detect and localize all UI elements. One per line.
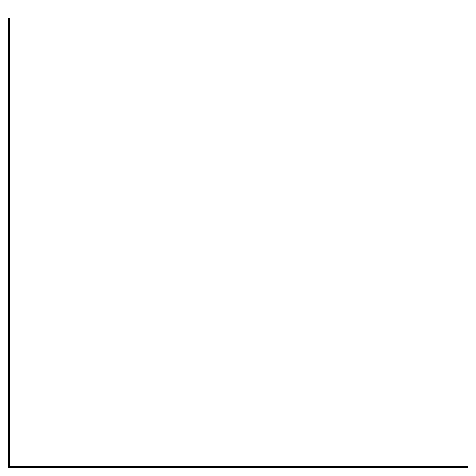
gradient-fill [10,18,468,466]
plot-area [8,18,468,468]
chart-svg [10,18,468,466]
chart-stage [0,0,476,476]
